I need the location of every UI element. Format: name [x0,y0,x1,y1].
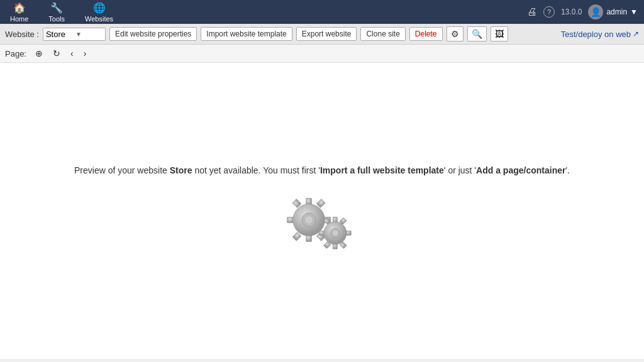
print-icon[interactable]: 🖨 [527,6,537,18]
refresh-button[interactable]: ↻ [49,47,64,60]
nav-websites[interactable]: 🌐 Websites [81,0,117,25]
topbar-right: 🖨 ? 13.0.0 👤 admin ▼ [527,4,638,19]
preview-text-or: ' or just ' [444,165,476,175]
website-dropdown-icon: ▼ [75,31,103,38]
preview-text-before: Preview of your website [74,165,170,175]
user-avatar: 👤 [588,4,603,19]
image-icon-button[interactable]: 🖼 [491,26,508,41]
delete-button[interactable]: Delete [409,27,443,41]
main-content: Preview of your website Store not yet av… [0,63,644,359]
prev-page-button[interactable]: ‹ [67,47,77,60]
next-page-button[interactable]: › [80,47,91,60]
image-icon: 🖼 [495,29,504,39]
website-selector[interactable]: Store ▼ [43,28,106,41]
page-bar: Page: ⊕ ↻ ‹ › [0,45,644,63]
page-label: Page: [5,49,26,58]
import-template-button[interactable]: Import website template [201,27,292,41]
nav-items: 🏠 Home 🔧 Tools 🌐 Websites [6,0,117,25]
gears-illustration [284,194,360,257]
website-label: Website : [5,30,39,39]
preview-message: Preview of your website Store not yet av… [74,165,570,175]
nav-home[interactable]: 🏠 Home [6,0,32,25]
nav-websites-label: Websites [85,15,113,23]
help-icon[interactable]: ? [543,6,555,18]
websites-icon: 🌐 [93,2,106,14]
svg-point-21 [332,230,338,236]
test-deploy-link[interactable]: Test/deploy on web ↗ [561,30,639,39]
search-icon: 🔍 [472,29,482,39]
nav-tools-label: Tools [48,15,65,23]
edit-properties-button[interactable]: Edit website properties [109,27,197,41]
top-navbar: 🏠 Home 🔧 Tools 🌐 Websites 🖨 ? 13.0.0 👤 a… [0,0,644,24]
tools-icon: 🔧 [50,2,63,14]
external-link-icon: ↗ [633,30,639,38]
add-page-button[interactable]: ⊕ [31,47,47,60]
gears-svg [284,194,360,257]
admin-dropdown-icon: ▼ [630,8,638,16]
nav-tools[interactable]: 🔧 Tools [45,0,69,25]
import-action-text: Import a full website template [320,165,444,175]
nav-home-label: Home [10,15,28,23]
home-icon: 🏠 [13,2,26,14]
preview-text-end: '. [565,165,570,175]
admin-label: admin [606,8,627,16]
preview-text-middle: not yet available. You must first ' [192,165,320,175]
website-toolbar: Website : Store ▼ Edit website propertie… [0,24,644,45]
svg-point-10 [305,216,313,224]
website-value: Store [46,30,73,39]
admin-area[interactable]: 👤 admin ▼ [588,4,638,19]
test-deploy-label: Test/deploy on web [561,30,631,39]
version-label: 13.0.0 [561,8,582,16]
clone-site-button[interactable]: Clone site [360,27,405,41]
export-website-button[interactable]: Export website [296,27,357,41]
search-icon-button[interactable]: 🔍 [467,26,487,41]
settings-icon: ⚙ [451,29,459,39]
add-action-text: Add a page/container [476,165,565,175]
website-name-display: Store [170,165,192,175]
settings-icon-button[interactable]: ⚙ [447,26,464,41]
